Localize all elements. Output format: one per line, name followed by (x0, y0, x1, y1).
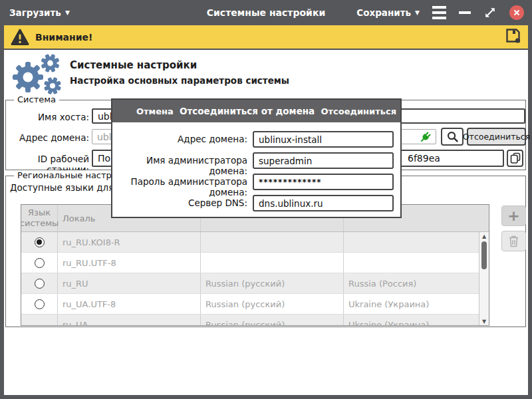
copy-id-button[interactable] (507, 150, 523, 167)
page-header: Системные настройки Настройка основных п… (4, 50, 528, 100)
page-title: Системные настройки (70, 59, 197, 71)
cell-country (344, 232, 479, 252)
dialog-cancel-button[interactable]: Отмена (136, 106, 174, 116)
dialog-dns-input[interactable]: dns.ublinux.ru (253, 195, 394, 211)
copy-icon (510, 152, 521, 164)
hamburger-menu-icon[interactable] (432, 5, 446, 21)
delete-locale-button[interactable] (501, 231, 526, 251)
domain-search-button[interactable] (441, 128, 464, 146)
dialog-admin-name-input[interactable]: superadmin (253, 152, 394, 169)
dialog-domain-input[interactable]: ublinux-install (253, 131, 394, 148)
cell-country: Ukraine (Украина) (344, 315, 479, 326)
cell-locale: ru_UA.UTF-8 (58, 294, 201, 314)
page-subtitle: Настройка основных параметров системы (70, 75, 289, 86)
table-row[interactable]: ru_RU Russian (русский) Russia (Россия) (21, 273, 479, 294)
system-legend: Система (14, 94, 59, 104)
disconnect-button[interactable]: Отсоединиться (467, 128, 526, 146)
cell-country: Ukraine (Украина) (344, 294, 479, 314)
table-scrollbar[interactable]: ▲ ▼ (479, 232, 489, 326)
cell-country: Russia (Россия) (344, 273, 479, 293)
locale-radio[interactable] (35, 299, 45, 309)
table-row[interactable]: ru_RU.UTF-8 (21, 253, 479, 273)
dialog-field-row: Сервер DNS: dns.ublinux.ru (112, 195, 400, 211)
dialog-confirm-button[interactable]: Отсоединиться (321, 106, 396, 116)
cell-locale: ru_RU.KOI8-R (58, 232, 201, 252)
save-menu-label: Сохранить (356, 7, 411, 18)
scroll-down-arrow-icon[interactable]: ▼ (479, 319, 489, 325)
app-window: Загрузить ▼ Системные настройки Сохранит… (0, 0, 532, 399)
locale-radio[interactable] (35, 279, 45, 289)
alert-bar: Внимание! (4, 25, 528, 50)
minimize-button[interactable] (459, 11, 471, 14)
dialog-dns-value: dns.ublinux.ru (259, 198, 323, 209)
cell-language (201, 232, 344, 252)
cell-language: Russian (русский) (201, 315, 344, 326)
maximize-button[interactable] (483, 6, 497, 19)
cell-country (344, 253, 479, 273)
dialog-title: Отсоединиться от домена (180, 106, 315, 116)
dialog-admin-password-input[interactable]: ************* (253, 174, 394, 190)
dialog-admin-name-value: superadmin (259, 156, 312, 166)
scrollbar-thumb[interactable] (481, 241, 487, 269)
dialog-dns-label: Сервер DNS: (112, 198, 247, 208)
search-icon (446, 130, 459, 143)
locale-radio[interactable] (35, 237, 45, 247)
table-row[interactable]: ru_UA Russian (русский) Ukraine (Украина… (21, 315, 479, 326)
plus-icon: + (507, 209, 519, 223)
locale-radio[interactable] (35, 258, 45, 268)
close-icon (513, 9, 520, 16)
hostname-label: Имя хоста: (9, 112, 89, 122)
disconnect-button-label: Отсоединиться (463, 132, 530, 142)
workstation-id-value-end: 6f89ea (408, 151, 440, 166)
cell-locale: ru_RU (58, 273, 201, 293)
add-locale-button[interactable]: + (501, 205, 526, 226)
disconnect-dialog: Отмена Отсоединиться от домена Отсоедини… (111, 98, 402, 218)
dialog-admin-password-value: ************* (259, 178, 322, 187)
chevron-down-icon: ▼ (415, 10, 420, 16)
cell-language: Russian (русский) (201, 294, 344, 314)
locale-table: Язык системы Локаль ru_RU.KOI8-R ru_RU.U… (21, 204, 489, 326)
plug-connected-icon (418, 130, 432, 144)
cell-language: Russian (русский) (201, 273, 344, 293)
table-row[interactable]: ru_RU.KOI8-R (21, 232, 479, 253)
expand-icon (483, 6, 497, 19)
dialog-field-row: Адрес домена: ublinux-install (112, 131, 400, 148)
save-file-button[interactable] (505, 27, 521, 47)
scroll-up-arrow-icon[interactable]: ▲ (479, 234, 489, 239)
cell-locale: ru_RU.UTF-8 (58, 253, 201, 273)
domain-label: Адрес домена: (9, 132, 89, 143)
column-header-system-language: Язык системы (21, 205, 58, 231)
dialog-header: Отмена Отсоединиться от домена Отсоедини… (112, 100, 400, 122)
close-button[interactable] (509, 5, 524, 20)
dialog-domain-label: Адрес домена: (112, 134, 247, 144)
trash-icon (508, 235, 519, 247)
dialog-field-row: Имя администратора домена: superadmin (112, 152, 400, 169)
alert-text: Внимание! (35, 32, 92, 43)
cell-locale: ru_UA (58, 315, 201, 326)
locale-table-rows: ru_RU.KOI8-R ru_RU.UTF-8 ru_RU Russian (… (21, 232, 479, 326)
table-row[interactable]: ru_UA.UTF-8 Russian (русский) Ukraine (У… (21, 294, 479, 315)
titlebar: Загрузить ▼ Системные настройки Сохранит… (0, 0, 532, 25)
warning-icon (11, 29, 29, 46)
floppy-disk-icon (505, 27, 521, 44)
dialog-field-row: Пароль администратора домена: **********… (112, 174, 400, 190)
gears-icon (8, 53, 66, 96)
cell-language (201, 253, 344, 273)
save-menu-button[interactable]: Сохранить ▼ (356, 7, 420, 18)
dialog-domain-value: ublinux-install (259, 134, 322, 145)
